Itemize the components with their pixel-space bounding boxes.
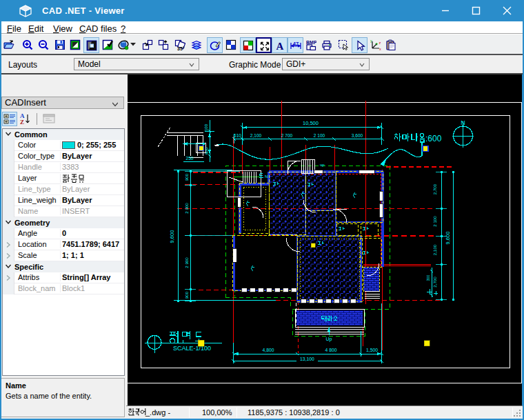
svg-text:SCALE-1/100: SCALE-1/100 <box>173 345 211 352</box>
svg-text:A: A <box>276 41 284 51</box>
svg-text:Z: Z <box>20 119 24 126</box>
svg-text:N: N <box>461 119 465 126</box>
svg-text:4,800: 4,800 <box>262 348 274 352</box>
svg-text:2 100: 2 100 <box>432 216 437 227</box>
svg-text:900: 900 <box>184 291 189 299</box>
svg-text:1,500: 1,500 <box>366 348 378 352</box>
svg-text:9,600: 9,600 <box>169 230 175 243</box>
svg-text:up: up <box>320 163 325 167</box>
svg-text:47: 47 <box>293 41 299 47</box>
svg-text:2 900: 2 900 <box>184 257 189 268</box>
svg-text:3,600: 3,600 <box>352 133 363 138</box>
svg-text:4 800: 4 800 <box>325 348 336 352</box>
svg-text:10,500: 10,500 <box>303 120 319 126</box>
svg-text:900: 900 <box>184 173 189 181</box>
svg-text:300: 300 <box>426 275 430 281</box>
svg-text:2 900: 2 900 <box>184 203 189 214</box>
svg-text:y: y <box>370 39 372 43</box>
svg-text:610: 610 <box>234 133 241 138</box>
svg-text:x: x <box>379 47 381 51</box>
svg-text::600: :600 <box>425 134 442 143</box>
svg-text:2,700: 2,700 <box>432 183 437 194</box>
svg-text:2,100: 2,100 <box>432 244 437 255</box>
svg-text:BMP: BMP <box>306 40 316 45</box>
svg-text:35°: 35° <box>177 46 185 51</box>
svg-text:9,600: 9,600 <box>445 232 451 245</box>
svg-text:250: 250 <box>186 156 194 161</box>
svg-text:2,100: 2,100 <box>250 133 262 138</box>
svg-text:Up: Up <box>326 337 332 342</box>
svg-text:13,100: 13,100 <box>300 357 314 361</box>
svg-text:2 700: 2 700 <box>281 133 293 138</box>
svg-text:z: z <box>379 41 381 45</box>
svg-text:N: N <box>265 174 268 179</box>
svg-text:2,700: 2,700 <box>432 277 437 288</box>
svg-text:100: 100 <box>204 123 208 131</box>
svg-text:2 100: 2 100 <box>314 133 325 138</box>
svg-text:800: 800 <box>205 147 209 154</box>
